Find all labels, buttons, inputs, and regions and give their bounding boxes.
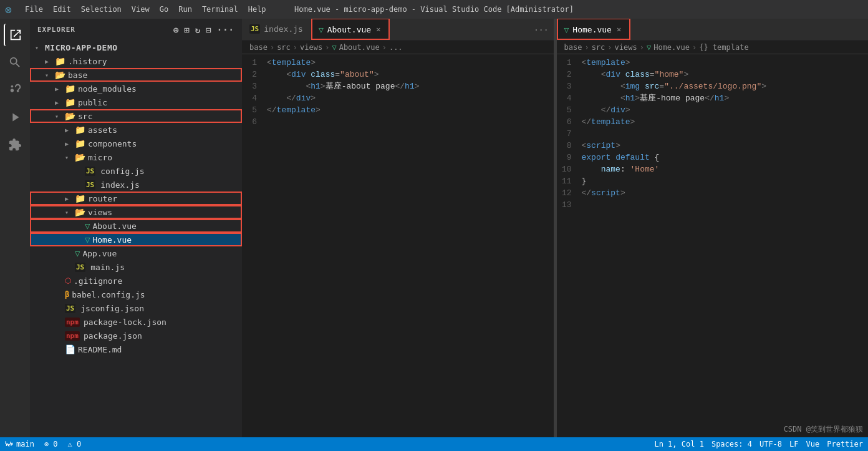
r-line-num-9: 9: [557, 152, 582, 163]
views-arrow: ▾: [65, 209, 75, 216]
r-line-content-2: <div class="home">: [582, 69, 869, 80]
activity-source-control[interactable]: [4, 79, 26, 101]
rbc-sep2: ›: [607, 43, 612, 52]
activity-run[interactable]: [4, 106, 26, 129]
rbc-home-vue: Home.vue: [653, 43, 690, 52]
activity-bar: [0, 19, 30, 437]
menu-run[interactable]: Run: [178, 5, 192, 14]
babel-icon: β: [65, 290, 69, 299]
line-content-3: <h1>基座-about page</h1>: [267, 80, 554, 92]
collapse-icon[interactable]: ⊟: [206, 25, 211, 35]
r-line-content-4: <h1>基座-home page</h1>: [582, 92, 869, 104]
about-vue-close-btn[interactable]: ✕: [375, 24, 382, 35]
r-line-num-6: 6: [557, 116, 582, 128]
babel-label: babel.config.js: [72, 290, 145, 299]
project-root[interactable]: ▾ MICRO-APP-DEMO: [30, 41, 242, 54]
tree-item-history[interactable]: ▶ 📁 .history: [30, 54, 242, 68]
tab-about-vue[interactable]: ▽ About.vue ✕: [311, 19, 390, 40]
new-file-icon[interactable]: ⊕: [173, 25, 179, 35]
assets-label: assets: [88, 125, 117, 135]
tree-item-router[interactable]: ▶ 📁 router: [30, 192, 242, 205]
tree-item-micro[interactable]: ▾ 📂 micro: [30, 150, 242, 164]
status-spaces[interactable]: Spaces: 4: [711, 440, 752, 449]
views-label: views: [88, 208, 112, 217]
menu-terminal[interactable]: Terminal: [202, 5, 238, 14]
router-label: router: [88, 194, 117, 203]
tree-item-index-js[interactable]: JS index.js: [30, 178, 242, 192]
menu-bar[interactable]: File Edit Selection View Go Run Terminal…: [25, 5, 266, 14]
tree-item-package-lock[interactable]: npm package-lock.json: [30, 315, 242, 329]
bc-sep1: ›: [270, 43, 274, 52]
r-line-content-3: <img src="../assets/logo.png">: [582, 80, 869, 92]
menu-go[interactable]: Go: [160, 5, 168, 14]
refresh-icon[interactable]: ↻: [195, 25, 201, 35]
status-right: Ln 1, Col 1 Spaces: 4 UTF-8 LF Vue Prett…: [654, 440, 863, 449]
status-warnings[interactable]: ⚠ 0: [68, 440, 82, 449]
bc-views: views: [300, 43, 322, 52]
git-icon: ⬡: [65, 276, 71, 285]
tree-item-readme[interactable]: 📄 README.md: [30, 342, 242, 356]
status-branch[interactable]: main: [5, 440, 34, 449]
tree-item-config-js[interactable]: JS config.js: [30, 164, 242, 178]
tree-item-gitignore[interactable]: ⬡ .gitignore: [30, 274, 242, 288]
r-line-content-9: export default {: [582, 152, 869, 163]
tree-item-app-vue[interactable]: ▽ App.vue: [30, 246, 242, 260]
line-content-2: <div class="about">: [267, 69, 554, 80]
tree-item-about-vue[interactable]: ▽ About.vue: [30, 219, 242, 233]
activity-search[interactable]: [4, 51, 26, 74]
right-breadcrumb: base › src › views › ▽ Home.vue › {} tem…: [557, 41, 869, 54]
tab-index-js[interactable]: JS index.js: [242, 19, 311, 40]
r-code-line-10: 10 name: 'Home': [557, 163, 869, 175]
tree-item-home-vue[interactable]: ▽ Home.vue: [30, 233, 242, 246]
r-code-line-6: 6 </template>: [557, 116, 869, 128]
tree-item-views[interactable]: ▾ 📂 views: [30, 205, 242, 219]
new-folder-icon[interactable]: ⊞: [184, 25, 190, 35]
tree-item-src[interactable]: ▾ 📂 src: [30, 109, 242, 123]
more-icon[interactable]: ···: [217, 25, 234, 35]
tree-item-assets[interactable]: ▶ 📁 assets: [30, 123, 242, 137]
r-line-content-6: </template>: [582, 116, 869, 128]
line-content-4: </div>: [267, 92, 554, 104]
tree-item-components[interactable]: ▶ 📁 components: [30, 137, 242, 150]
status-ln-col[interactable]: Ln 1, Col 1: [654, 440, 703, 449]
right-code-editor[interactable]: 1 <template> 2 <div class="home"> 3 <img…: [557, 54, 869, 437]
tree-item-package-json[interactable]: npm package.json: [30, 329, 242, 342]
code-line-4: 4 </div>: [242, 92, 554, 104]
tree-item-node-modules[interactable]: ▶ 📁 node_modules: [30, 82, 242, 95]
home-vue-close-btn[interactable]: ✕: [615, 24, 622, 35]
menu-edit[interactable]: Edit: [53, 5, 71, 14]
line-content-5: </template>: [267, 104, 554, 116]
left-tab-more[interactable]: ···: [529, 25, 553, 34]
folder-base-icon: 📂: [55, 70, 65, 80]
menu-selection[interactable]: Selection: [81, 5, 122, 14]
menu-view[interactable]: View: [132, 5, 150, 14]
bc-sep2: ›: [293, 43, 297, 52]
code-line-6: 6: [242, 116, 554, 128]
tab-home-vue[interactable]: ▽ Home.vue ✕: [557, 19, 631, 40]
activity-extensions[interactable]: [4, 133, 26, 156]
status-format[interactable]: Prettier: [827, 440, 863, 449]
status-eol[interactable]: LF: [789, 440, 798, 449]
sidebar-actions[interactable]: ⊕ ⊞ ↻ ⊟ ···: [173, 25, 234, 35]
window-title: Home.vue - micro-app-demo - Visual Studi…: [294, 5, 574, 14]
menu-help[interactable]: Help: [248, 5, 266, 14]
right-tab-bar: ▽ Home.vue ✕: [557, 19, 869, 41]
status-language[interactable]: Vue: [806, 440, 820, 449]
menu-file[interactable]: File: [25, 5, 43, 14]
r-line-content-10: name: 'Home': [582, 163, 869, 175]
r-line-num-4: 4: [557, 92, 582, 104]
vue-home-icon: ▽: [85, 235, 90, 245]
folder-router-icon: 📁: [75, 193, 85, 203]
status-encoding[interactable]: UTF-8: [760, 440, 782, 449]
tree-item-babel[interactable]: β babel.config.js: [30, 288, 242, 301]
line-num-2: 2: [242, 69, 267, 80]
tree-item-jsconfig[interactable]: JS jsconfig.json: [30, 301, 242, 315]
activity-explorer[interactable]: [4, 24, 26, 46]
r-code-line-1: 1 <template>: [557, 57, 869, 69]
tree-item-main-js[interactable]: JS main.js: [30, 260, 242, 274]
status-errors[interactable]: ⊗ 0: [44, 440, 58, 449]
folder-public-icon: 📁: [65, 97, 75, 107]
tree-item-public[interactable]: ▶ 📁 public: [30, 95, 242, 109]
left-code-editor[interactable]: 1 <template> 2 <div class="about"> 3 <h1…: [242, 54, 554, 437]
tree-item-base[interactable]: ▾ 📂 base: [30, 68, 242, 82]
